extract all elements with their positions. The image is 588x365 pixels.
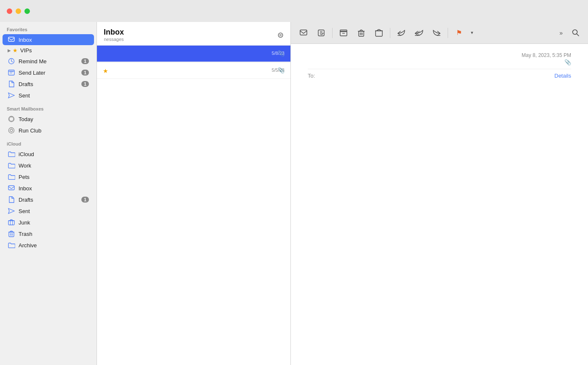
sidebar-item-inbox[interactable]: Inbox (3, 34, 94, 45)
message-list-header: Inbox nessages ⊜ (97, 22, 290, 46)
sidebar-item-send-later[interactable]: Send Later 1 (3, 67, 94, 78)
message-list: 5/8/23 📎 ★ 5/5/23 📎 (97, 46, 290, 365)
flag-button[interactable]: ⚑ (451, 25, 467, 41)
today-icon (8, 115, 15, 123)
svg-rect-29 (340, 30, 347, 32)
sidebar-item-icloud-drafts[interactable]: Drafts 1 (3, 194, 94, 205)
sidebar-item-remind-me[interactable]: Remind Me 1 (3, 56, 94, 67)
icloud-inbox-label: Inbox (19, 185, 89, 192)
compose-button[interactable] (314, 25, 329, 41)
search-button[interactable] (568, 25, 583, 41)
icloud-sent-icon (8, 207, 15, 215)
maximize-button[interactable] (24, 8, 30, 14)
email-body (308, 79, 571, 87)
sidebar-item-pets-folder[interactable]: Pets (3, 171, 94, 182)
email-details-link[interactable]: Details (554, 73, 571, 79)
icloud-archive-icon (8, 241, 15, 249)
more-actions-icon: » (559, 30, 563, 36)
email-attachment-header-icon: 📎 (564, 59, 571, 65)
icloud-folder-icon (8, 150, 15, 158)
junk-button[interactable] (371, 25, 387, 41)
email-date: May 8, 2023, 5:35 PM (522, 52, 571, 58)
icloud-archive-label: Archive (19, 242, 89, 249)
inbox-icon (8, 36, 15, 43)
remind-me-icon (8, 57, 15, 65)
vip-star-icon: ★ (13, 47, 18, 54)
svg-line-39 (577, 34, 579, 36)
forward-button[interactable] (429, 25, 444, 41)
more-actions-button[interactable]: » (557, 28, 565, 38)
close-button[interactable] (7, 8, 12, 14)
pets-folder-label: Pets (19, 174, 89, 180)
sent-label: Sent (19, 92, 89, 99)
icloud-trash-label: Trash (19, 231, 89, 237)
window-controls (7, 8, 30, 14)
today-label: Today (19, 116, 89, 122)
inbox-label: Inbox (19, 37, 89, 43)
main-layout: Favorites Inbox ▶ ★ VIPs (0, 22, 588, 365)
send-later-icon (8, 69, 15, 76)
reply-all-button[interactable] (411, 25, 427, 41)
flag-dropdown-chevron-icon: ▾ (471, 30, 473, 35)
sidebar-item-icloud-sent[interactable]: Sent (3, 205, 94, 216)
sidebar-item-today[interactable]: Today (3, 114, 94, 124)
favorites-section-label: Favorites (0, 22, 97, 34)
sidebar-item-icloud-trash[interactable]: Trash (3, 228, 94, 239)
message-item-1[interactable]: 5/8/23 📎 (97, 46, 290, 62)
svg-rect-0 (8, 37, 14, 41)
message-2-star-icon: ★ (103, 68, 108, 74)
drafts-badge: 1 (81, 81, 89, 87)
icloud-drafts-badge: 1 (81, 197, 89, 203)
reply-button[interactable] (394, 25, 409, 41)
message-2-attachment-icon: 📎 (278, 67, 285, 73)
svg-rect-12 (8, 186, 14, 190)
message-list-header-text: Inbox nessages (104, 28, 124, 42)
icloud-sent-label: Sent (19, 208, 89, 214)
sidebar-item-vips[interactable]: ▶ ★ VIPs (3, 46, 94, 55)
svg-rect-23 (300, 30, 307, 35)
run-club-label: Run Club (19, 127, 89, 134)
message-item-1-header: 5/8/23 (103, 51, 285, 56)
email-to-label: To: (308, 73, 315, 79)
new-message-button[interactable] (296, 25, 311, 41)
archive-button[interactable] (336, 25, 351, 41)
message-1-attachment-icon: 📎 (278, 50, 285, 57)
flag-dropdown-button[interactable]: ▾ (469, 28, 475, 37)
filter-icon[interactable]: ⊜ (277, 30, 284, 40)
email-header: May 8, 2023, 5:35 PM 📎 (308, 52, 571, 65)
email-to-row: To: Details (308, 69, 571, 79)
sidebar-item-icloud-inbox[interactable]: Inbox (3, 183, 94, 194)
minimize-button[interactable] (16, 8, 21, 14)
flag-icon: ⚑ (456, 29, 462, 37)
email-content: May 8, 2023, 5:35 PM 📎 To: Details (291, 44, 588, 365)
icloud-section-label: iCloud (0, 136, 97, 148)
icloud-junk-icon (8, 219, 15, 226)
message-list-panel: Inbox nessages ⊜ 5/8/23 📎 ★ 5/5/ (97, 22, 291, 365)
message-item-2[interactable]: ★ 5/5/23 📎 (97, 62, 290, 79)
toolbar-separator-2 (390, 28, 390, 38)
message-item-2-header: 5/5/23 (103, 68, 285, 73)
message-list-subtitle: nessages (104, 37, 124, 42)
sidebar-item-drafts[interactable]: Drafts 1 (3, 78, 94, 89)
toolbar-separator-3 (448, 28, 448, 38)
icloud-junk-label: Junk (19, 219, 89, 226)
sidebar-item-work-folder[interactable]: Work (3, 160, 94, 171)
icloud-trash-icon (8, 230, 15, 238)
drafts-label: Drafts (19, 81, 81, 87)
icloud-folder-label: iCloud (19, 151, 89, 157)
delete-button[interactable] (354, 25, 369, 41)
icloud-drafts-label: Drafts (19, 197, 81, 203)
titlebar (0, 0, 588, 22)
reading-pane: May 8, 2023, 5:35 PM 📎 To: Details (291, 44, 588, 365)
drafts-icon (8, 80, 15, 88)
svg-point-10 (9, 128, 14, 133)
work-folder-icon (8, 162, 15, 169)
sidebar-item-run-club[interactable]: Run Club (3, 125, 94, 136)
sidebar-item-icloud-junk[interactable]: Junk (3, 217, 94, 228)
vip-chevron-icon: ▶ (8, 48, 11, 53)
sidebar-item-icloud-folder[interactable]: iCloud (3, 149, 94, 160)
sent-icon (8, 92, 15, 99)
sidebar-item-icloud-archive[interactable]: Archive (3, 240, 94, 251)
sidebar-item-sent[interactable]: Sent (3, 90, 94, 101)
sidebar: Favorites Inbox ▶ ★ VIPs (0, 22, 97, 365)
